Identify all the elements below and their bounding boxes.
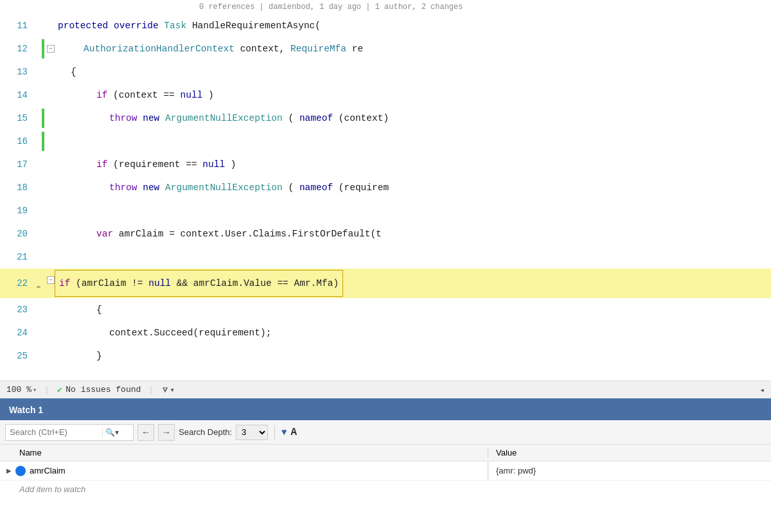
check-icon: ✔: [57, 384, 62, 395]
code-content: 11 protected override Task HandleRequire…: [0, 14, 771, 380]
watch-column-headers: Name Value: [0, 445, 771, 461]
highlighted-code-block: if (amrClaim != null && amrClaim.Value =…: [55, 270, 343, 297]
table-row: 17 if (requirement == null ): [0, 153, 771, 176]
zoom-dropdown-arrow[interactable]: ▾: [33, 386, 37, 394]
search-icon[interactable]: 🔍▾: [105, 428, 119, 437]
code-line: [55, 245, 771, 269]
back-button[interactable]: ←: [137, 424, 154, 441]
filter-icon[interactable]: ▼: [281, 427, 287, 438]
code-line: protected override Task HandleRequiremen…: [55, 14, 771, 37]
divider: |: [148, 385, 154, 395]
keyword-nameof: nameof: [299, 182, 333, 193]
code-line: }: [55, 344, 771, 368]
watch-row-value-cell: {amr: pwd}: [488, 466, 536, 475]
expand-arrow-icon[interactable]: ▶: [6, 467, 12, 474]
code-line: context.Succeed(requirement);: [55, 321, 771, 344]
line-number: 20: [0, 222, 35, 245]
scroll-left-icon[interactable]: ◂: [759, 385, 765, 395]
type-authhandler: AuthorizationHandlerContext: [84, 44, 235, 54]
forward-button[interactable]: →: [158, 424, 175, 441]
line-gutter: [35, 130, 55, 153]
search-box: 🔍▾: [5, 424, 134, 441]
column-value-header: Value: [488, 448, 517, 457]
table-row: 25 }: [0, 344, 771, 368]
line-number: 17: [0, 153, 35, 176]
keyword-null: null: [181, 90, 203, 100]
code-meta-bar: 0 references | damienbod, 1 day ago | 1 …: [0, 0, 771, 14]
line-number: 13: [0, 60, 35, 84]
line-gutter: [35, 60, 55, 84]
type-exception: ArgumentNullException: [165, 182, 283, 193]
line-gutter: [35, 298, 55, 321]
search-button[interactable]: 🔍▾: [102, 428, 119, 437]
code-line: if (context == null ): [55, 84, 771, 107]
table-row: 22 ✏ − if (amrClaim != null && amrClaim.…: [0, 269, 771, 298]
line-gutter: [35, 84, 55, 107]
table-row: 18 throw new ArgumentNullException ( nam…: [0, 176, 771, 199]
line-gutter: −: [35, 37, 55, 60]
table-row: 23 {: [0, 298, 771, 321]
keyword-new: new: [143, 113, 159, 123]
search-depth-select[interactable]: 3 1 2 4 5: [236, 425, 268, 440]
line-gutter: [35, 199, 55, 222]
code-line: [55, 130, 771, 153]
keyword-if: if: [96, 90, 107, 100]
keyword-null: null: [148, 278, 171, 288]
keyword-nameof: nameof: [299, 113, 333, 123]
no-issues-text: No issues found: [66, 385, 141, 395]
change-indicator: [42, 109, 44, 128]
keyword-throw: throw: [109, 182, 137, 193]
line-gutter: ✏ −: [35, 269, 55, 298]
font-size-button[interactable]: A: [291, 427, 297, 438]
line-number: 22: [0, 269, 35, 298]
line-number: 16: [0, 130, 35, 153]
keyword-if: if: [96, 159, 107, 170]
filter-icon[interactable]: ⛛▾: [161, 385, 175, 395]
table-row: 24 context.Succeed(requirement);: [0, 321, 771, 344]
status-bar: 100 % ▾ | ✔ No issues found | ⛛▾ ◂: [0, 380, 771, 398]
meta-text: 0 references | damienbod, 1 day ago | 1 …: [199, 3, 463, 12]
code-line: if (requirement == null ): [55, 153, 771, 176]
table-row: 15 throw new ArgumentNullException ( nam…: [0, 107, 771, 130]
code-line: throw new ArgumentNullException ( nameof…: [55, 176, 771, 199]
code-table: 11 protected override Task HandleRequire…: [0, 14, 771, 368]
keyword-null: null: [202, 159, 225, 170]
line-number: 21: [0, 245, 35, 269]
keyword-if: if: [59, 278, 70, 288]
table-row: 12 − AuthorizationHandlerContext context…: [0, 37, 771, 60]
line-number: 11: [0, 14, 35, 37]
line-gutter: [35, 222, 55, 245]
change-indicator: [42, 132, 44, 151]
line-number: 24: [0, 321, 35, 344]
code-line: throw new ArgumentNullException ( nameof…: [55, 107, 771, 130]
line-gutter: [35, 245, 55, 269]
line-number: 19: [0, 199, 35, 222]
column-name-header: Name: [0, 448, 488, 457]
zoom-control[interactable]: 100 % ▾: [6, 385, 37, 395]
table-row: 16: [0, 130, 771, 153]
code-line: {: [55, 60, 771, 84]
zoom-level: 100 %: [6, 385, 31, 395]
search-input[interactable]: [10, 427, 100, 437]
line-gutter: [35, 176, 55, 199]
edit-icon[interactable]: ✏: [37, 275, 41, 298]
add-watch-item[interactable]: Add item to watch: [0, 481, 771, 498]
watch-row: ▶ amrClaim {amr: pwd}: [0, 461, 771, 481]
no-issues-indicator: ✔ No issues found: [57, 384, 141, 395]
watch-var-name: amrClaim: [30, 466, 66, 475]
watch-title-bar: Watch 1: [0, 400, 771, 420]
watch-title: Watch 1: [9, 405, 43, 415]
table-row: 11 protected override Task HandleRequire…: [0, 14, 771, 37]
table-row: 20 var amrClaim = context.User.Claims.Fi…: [0, 222, 771, 245]
collapse-button[interactable]: −: [47, 45, 55, 53]
scroll-controls[interactable]: ◂: [759, 385, 765, 395]
collapse-button[interactable]: −: [47, 276, 55, 284]
code-line: AuthorizationHandlerContext context, Req…: [55, 37, 771, 60]
type-requiremfa: RequireMfa: [290, 44, 346, 54]
code-editor: 0 references | damienbod, 1 day ago | 1 …: [0, 0, 771, 380]
code-line-highlighted: if (amrClaim != null && amrClaim.Value =…: [55, 269, 771, 298]
type-exception: ArgumentNullException: [165, 113, 283, 123]
code-line: [55, 199, 771, 222]
watch-row-name-cell: ▶ amrClaim: [0, 461, 488, 480]
keyword-override: override: [114, 21, 159, 31]
